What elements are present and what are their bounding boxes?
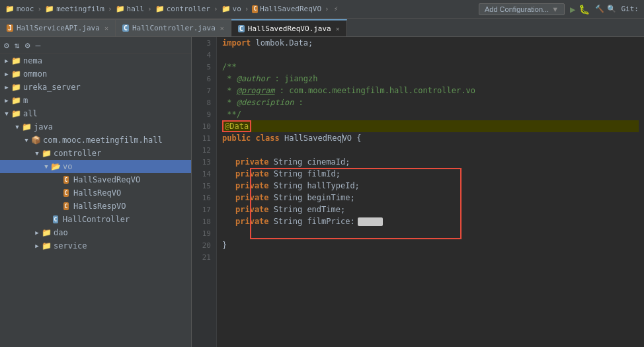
code-line-8: * @description : bbox=[222, 96, 639, 108]
item-label: m bbox=[23, 96, 28, 105]
folder-icon: 📂 bbox=[50, 162, 61, 171]
code-line-16: private String beginTime; bbox=[222, 192, 639, 204]
line-num-16: 16 bbox=[192, 192, 216, 204]
class-icon: C bbox=[50, 215, 61, 224]
line-num-19: 19 bbox=[192, 227, 216, 239]
item-label: nema bbox=[23, 56, 42, 65]
sidebar-item-nema[interactable]: ▶ 📁 nema bbox=[0, 54, 191, 67]
keyword: import bbox=[222, 38, 256, 48]
breadcrumb-hall[interactable]: 📁 hall bbox=[116, 5, 145, 13]
sidebar-toolbar: ⚙ ⇅ ⚙ — bbox=[0, 37, 191, 54]
sidebar-item-service[interactable]: ▶ 📁 service bbox=[0, 239, 191, 252]
class-icon: C bbox=[122, 24, 129, 32]
line-num-4: 4 bbox=[192, 49, 216, 61]
add-config-label: Add Configuration... bbox=[485, 5, 549, 13]
comment: : bbox=[294, 98, 303, 107]
sidebar-item-hallsrespvo[interactable]: C HallsRespVO bbox=[0, 200, 191, 213]
breadcrumb-sep: › bbox=[147, 5, 152, 13]
keyword: public bbox=[222, 134, 256, 143]
line-num-7: 7 bbox=[192, 85, 216, 96]
sidebar-item-hallsavedreqvo[interactable]: C HallSavedReqVO bbox=[0, 173, 191, 186]
sidebar-item-all[interactable]: ▼ 📁 all bbox=[0, 107, 191, 120]
tab-hallserviceapi[interactable]: J HallServiceAPI.java ✕ bbox=[0, 19, 116, 36]
code-text: } bbox=[222, 241, 227, 250]
folder-icon: 📁 bbox=[41, 228, 52, 237]
folder-icon: 📁 bbox=[21, 122, 32, 132]
code-content: import lombok.Data; /** * @author : jian… bbox=[217, 37, 644, 347]
expand-arrow: ▼ bbox=[13, 124, 21, 130]
toolbar-build[interactable]: 🔨 bbox=[595, 5, 604, 13]
folder-icon: 📁 bbox=[155, 5, 165, 13]
breadcrumb-controller[interactable]: 📁 controller bbox=[155, 5, 210, 13]
sidebar-item-java[interactable]: ▼ 📁 java bbox=[0, 120, 191, 134]
expand-arrow: ▶ bbox=[33, 243, 41, 249]
javadoc-tag: @author bbox=[237, 74, 270, 83]
git-label: Git: bbox=[622, 5, 639, 13]
tab-close-button[interactable]: ✕ bbox=[104, 24, 108, 32]
tab-hallsavedreqvo[interactable]: C HallSavedReqVO.java ✕ bbox=[231, 19, 347, 36]
line-num-8: 8 bbox=[192, 96, 216, 108]
code-line-7: * @program : com.mooc.meetingfilm.hall.c… bbox=[222, 85, 639, 96]
toolbar-search[interactable]: 🔍 bbox=[607, 5, 616, 13]
line-num-15: 15 bbox=[192, 180, 216, 192]
sidebar-item-controller[interactable]: ▼ 📁 controller bbox=[0, 147, 191, 160]
code-line-4 bbox=[222, 49, 639, 61]
tab-hallcontroller[interactable]: C HallController.java ✕ bbox=[116, 19, 231, 36]
comment: * bbox=[222, 74, 237, 83]
breadcrumb-mooc[interactable]: 📁 mooc bbox=[5, 5, 34, 13]
sidebar-item-m[interactable]: ▶ 📁 m bbox=[0, 94, 191, 107]
expand-arrow: ▼ bbox=[22, 137, 30, 143]
settings-icon[interactable]: ⚙ bbox=[4, 40, 9, 50]
item-label: HallSavedReqVO bbox=[73, 175, 140, 184]
folder-icon: 📁 bbox=[5, 5, 15, 13]
item-label: com.mooc.meetingfilm.hall bbox=[43, 135, 163, 145]
folder-icon: 📁 bbox=[41, 241, 52, 251]
keyword: class bbox=[256, 134, 284, 143]
folder-icon: 📁 bbox=[41, 149, 52, 158]
keyword: private bbox=[235, 169, 274, 178]
line-num-18: 18 bbox=[192, 215, 216, 227]
breadcrumb-meetingfilm[interactable]: 📁 meetingfilm bbox=[45, 5, 104, 13]
breadcrumb-method: ⚡ bbox=[334, 5, 339, 13]
debug-button[interactable]: 🐛 bbox=[579, 4, 590, 15]
javadoc-tag: @program bbox=[237, 86, 275, 95]
item-label: HallsRespVO bbox=[73, 202, 126, 211]
breadcrumb-sep: › bbox=[38, 5, 42, 13]
tab-close-button[interactable]: ✕ bbox=[336, 25, 340, 32]
tab-close-button[interactable]: ✕ bbox=[220, 24, 224, 32]
code-line-10: @Data bbox=[222, 120, 639, 132]
sidebar-item-hallcontroller[interactable]: C HallController bbox=[0, 213, 191, 226]
code-line-13: private String cinemaId; bbox=[222, 156, 639, 168]
sidebar-item-hallsreqvo[interactable]: C HallsReqVO bbox=[0, 186, 191, 200]
package-icon: 📦 bbox=[30, 135, 41, 145]
code-line-6: * @author : jiangzh bbox=[222, 73, 639, 85]
sidebar-item-ommon[interactable]: ▶ 📁 ommon bbox=[0, 67, 191, 81]
gear-icon[interactable]: ⚙ bbox=[25, 40, 30, 50]
sidebar-item-package[interactable]: ▼ 📦 com.mooc.meetingfilm.hall bbox=[0, 134, 191, 147]
breadcrumb-sep: › bbox=[108, 5, 112, 13]
sidebar-item-vo[interactable]: ▼ 📂 vo bbox=[0, 160, 191, 173]
main-content: ⚙ ⇅ ⚙ — ▶ 📁 nema ▶ 📁 ommon ▶ 📁 urek bbox=[0, 37, 644, 347]
expand-arrow: ▶ bbox=[3, 97, 11, 104]
breadcrumb-meetingfilm-label: meetingfilm bbox=[56, 5, 104, 13]
item-label: java bbox=[34, 122, 53, 132]
item-label: all bbox=[23, 109, 38, 118]
minimize-icon[interactable]: — bbox=[35, 40, 40, 50]
code-line-12 bbox=[222, 144, 639, 156]
sidebar-item-eureka-server[interactable]: ▶ 📁 ureka_server bbox=[0, 81, 191, 94]
line-num-12: 12 bbox=[192, 144, 216, 156]
folder-icon: 📁 bbox=[221, 5, 231, 13]
top-bar: 📁 mooc › 📁 meetingfilm › 📁 hall › 📁 cont… bbox=[0, 0, 644, 19]
item-label: HallController bbox=[63, 215, 130, 224]
code-editor[interactable]: 3 4 5 6 7 8 9 10 11 12 13 14 15 16 17 18… bbox=[192, 37, 644, 347]
run-button[interactable]: ▶ bbox=[570, 4, 575, 15]
filter-icon[interactable]: ⇅ bbox=[15, 40, 20, 50]
keyword: private bbox=[235, 157, 274, 167]
breadcrumb-vo[interactable]: 📁 vo bbox=[221, 5, 241, 13]
comment: /** bbox=[222, 62, 237, 71]
breadcrumb-class[interactable]: C HallSavedReqVO bbox=[252, 5, 321, 13]
folder-icon: 📁 bbox=[11, 96, 21, 105]
tab-bar: J HallServiceAPI.java ✕ C HallController… bbox=[0, 19, 644, 37]
sidebar-item-dao[interactable]: ▶ 📁 dao bbox=[0, 226, 191, 239]
add-configuration-button[interactable]: Add Configuration... ▼ bbox=[479, 3, 565, 15]
